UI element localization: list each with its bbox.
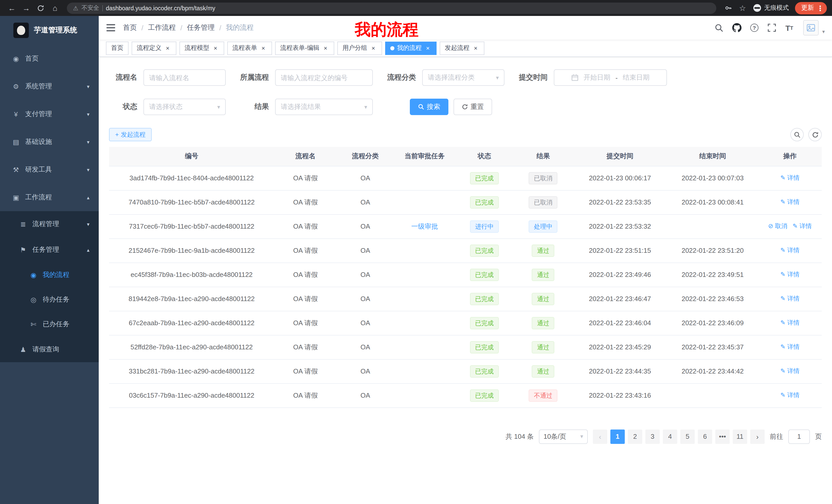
breadcrumb: 首页/工作流程/任务管理/我的流程 — [123, 23, 254, 32]
update-button[interactable]: 更新 ⋮ — [795, 2, 827, 14]
sidebar-item[interactable]: ◉首页 — [0, 45, 99, 73]
bookmark-star-icon[interactable]: ☆ — [736, 1, 749, 15]
breadcrumb-item[interactable]: 任务管理 — [187, 23, 215, 32]
chevron-down-icon: ▾ — [496, 74, 499, 81]
avatar-caret-icon[interactable]: ▾ — [822, 29, 825, 34]
gear-icon: ⚙ — [11, 82, 21, 90]
github-icon[interactable] — [729, 19, 745, 37]
cell-status: 已完成 — [455, 359, 514, 383]
breadcrumb-item[interactable]: 工作流程 — [148, 23, 176, 32]
breadcrumb-item[interactable]: 首页 — [123, 23, 137, 32]
refresh-table-button[interactable] — [808, 128, 822, 141]
sidebar-item[interactable]: ♟请假查询 — [0, 337, 99, 362]
close-icon[interactable]: × — [370, 45, 377, 52]
status-tag: 进行中 — [470, 220, 499, 232]
row-action-link[interactable]: ✎ 详情 — [780, 391, 800, 399]
submit-time-range-picker[interactable]: 开始日期 - 结束日期 — [554, 69, 667, 86]
toggle-search-button[interactable] — [790, 128, 804, 141]
sidebar-item[interactable]: ⚑任务管理▴ — [0, 237, 99, 262]
cell-end-time — [667, 383, 758, 408]
prev-page-button[interactable]: ‹ — [593, 429, 607, 444]
cell-current-task: 一级审批 — [394, 214, 455, 239]
more-pages-button[interactable]: ••• — [715, 429, 730, 444]
fullscreen-icon[interactable] — [764, 19, 780, 37]
hamburger-icon[interactable] — [99, 24, 123, 31]
tab-item[interactable]: 我的流程× — [385, 41, 437, 55]
current-task-link[interactable]: 一级审批 — [411, 222, 438, 230]
result-tag: 不通过 — [529, 389, 558, 401]
forward-icon[interactable]: → — [20, 1, 33, 15]
sidebar-item[interactable]: ⚙系统管理▾ — [0, 73, 99, 100]
action-icon: ✎ — [780, 367, 785, 374]
page-number-button[interactable]: 4 — [663, 429, 677, 444]
cell-result: 已取消 — [514, 166, 573, 190]
close-icon[interactable]: × — [472, 45, 479, 52]
close-icon[interactable]: × — [164, 45, 171, 52]
row-action-link[interactable]: ✎ 详情 — [780, 319, 800, 326]
sidebar-item[interactable]: ▤基础设施▾ — [0, 128, 99, 156]
avatar[interactable] — [803, 20, 818, 35]
font-size-icon[interactable]: TT — [782, 19, 797, 37]
tab-item[interactable]: 用户分组× — [337, 41, 382, 55]
page-number-button[interactable]: 1 — [610, 429, 625, 444]
address-bar[interactable]: ⚠ 不安全 dashboard.yudao.iocoder.cn/bpm/tas… — [67, 2, 716, 13]
page-number-button[interactable]: 2 — [628, 429, 642, 444]
page-number-button[interactable]: 11 — [733, 429, 747, 444]
parent-process-input[interactable] — [275, 69, 373, 86]
process-name-input[interactable] — [144, 69, 226, 86]
tab-item[interactable]: 流程表单-编辑× — [275, 41, 334, 55]
tab-item[interactable]: 首页 — [106, 41, 129, 55]
password-key-icon[interactable] — [722, 1, 735, 15]
security-label[interactable]: 不安全 — [81, 4, 99, 12]
cell-status: 已完成 — [455, 190, 514, 214]
jump-page-input[interactable] — [788, 429, 810, 444]
sidebar-item[interactable]: ◎待办任务 — [0, 287, 99, 312]
incognito-icon — [753, 4, 761, 12]
header-search-icon[interactable] — [712, 19, 727, 37]
help-icon[interactable]: ? — [747, 19, 762, 37]
tab-item[interactable]: 流程模型× — [179, 41, 224, 55]
reset-button[interactable]: 重置 — [453, 99, 492, 115]
sidebar-item[interactable]: ✄已办任务 — [0, 312, 99, 337]
back-icon[interactable]: ← — [5, 1, 19, 15]
sidebar-item[interactable]: ⚒研发工具▾ — [0, 156, 99, 184]
result-select[interactable]: 请选择流结果 ▾ — [275, 99, 373, 115]
sidebar-item[interactable]: ≣流程管理▾ — [0, 211, 99, 237]
browser-menu-dots-icon[interactable]: ⋮ — [816, 4, 824, 12]
row-action-link[interactable]: ✎ 详情 — [780, 198, 800, 205]
page-number-button[interactable]: 6 — [698, 429, 712, 444]
close-icon[interactable]: × — [322, 45, 329, 52]
row-action-link[interactable]: ✎ 详情 — [780, 271, 800, 278]
row-action-link[interactable]: ✎ 详情 — [780, 295, 800, 302]
row-action-link[interactable]: ✎ 详情 — [780, 247, 800, 254]
browser-home-icon[interactable]: ⌂ — [48, 1, 62, 15]
row-action-link[interactable]: ✎ 详情 — [792, 222, 812, 230]
close-icon[interactable]: × — [212, 45, 219, 52]
status-select[interactable]: 请选择状态 ▾ — [144, 99, 226, 115]
tags-view: 首页流程定义×流程模型×流程表单×流程表单-编辑×用户分组×我的流程×发起流程× — [99, 39, 832, 57]
row-action-link[interactable]: ⊘ 取消 — [768, 222, 787, 230]
reload-icon[interactable] — [34, 1, 47, 15]
category-select[interactable]: 请选择流程分类 ▾ — [422, 69, 504, 86]
tab-item[interactable]: 流程定义× — [132, 41, 176, 55]
next-page-button[interactable]: › — [750, 429, 765, 444]
create-process-button[interactable]: + 发起流程 — [109, 128, 152, 141]
url-text[interactable]: dashboard.yudao.iocoder.cn/bpm/task/my — [106, 5, 215, 11]
row-action-link[interactable]: ✎ 详情 — [780, 174, 800, 181]
page-number-button[interactable]: 3 — [645, 429, 660, 444]
page-number-button[interactable]: 5 — [680, 429, 695, 444]
sidebar-item[interactable]: ▣工作流程▴ — [0, 184, 99, 211]
tab-item[interactable]: 流程表单× — [227, 41, 272, 55]
search-button[interactable]: 搜索 — [410, 99, 448, 115]
sidebar-item[interactable]: ◉我的流程 — [0, 262, 99, 287]
sidebar-item[interactable]: ¥支付管理▾ — [0, 100, 99, 128]
cell-end-time: 2022-01-22 23:46:53 — [667, 287, 758, 311]
row-action-link[interactable]: ✎ 详情 — [780, 367, 800, 374]
tab-label: 流程模型 — [185, 44, 209, 52]
page-size-select[interactable]: 10条/页 ▾ — [539, 429, 588, 444]
tab-item[interactable]: 发起流程× — [440, 41, 485, 55]
status-tag: 已完成 — [470, 292, 499, 305]
close-icon[interactable]: × — [424, 45, 432, 52]
row-action-link[interactable]: ✎ 详情 — [780, 343, 800, 351]
close-icon[interactable]: × — [260, 45, 267, 52]
